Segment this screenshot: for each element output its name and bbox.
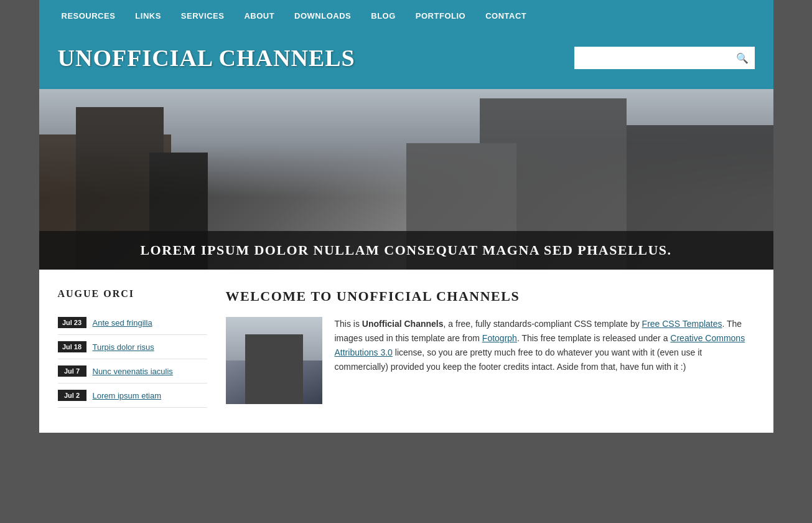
list-item: Jul 7 Nunc venenatis iaculis <box>58 359 207 384</box>
hero-banner: LOREM IPSUM DOLOR NULLAM CONSEQUAT MAGNA… <box>39 89 773 270</box>
article-title: WELCOME TO UNOFFICIAL CHANNELS <box>226 288 755 304</box>
list-item: Jul 18 Turpis dolor risus <box>58 335 207 359</box>
date-badge: Jul 23 <box>58 317 86 328</box>
article-link-1[interactable]: Free CSS Templates <box>642 319 722 329</box>
nav-bar: RESOURCES LINKS SERVICES ABOUT DOWNLOADS… <box>39 0 773 32</box>
search-box: 🔍 <box>574 47 755 69</box>
nav-item-resources[interactable]: RESOURCES <box>52 0 126 32</box>
nav-item-downloads[interactable]: DOWNLOADS <box>284 0 361 32</box>
search-button[interactable]: 🔍 <box>730 47 755 69</box>
article-link-2[interactable]: Fotogrph <box>482 333 517 343</box>
article-text-1: , a free, fully standards-compliant CSS … <box>444 319 642 329</box>
sidebar-link[interactable]: Ante sed fringilla <box>93 318 152 327</box>
date-badge: Jul 18 <box>58 341 86 352</box>
img-building <box>245 334 303 404</box>
article-bold: Unofficial Channels <box>362 319 444 329</box>
nav-item-portfolio[interactable]: PORTFOLIO <box>406 0 475 32</box>
date-badge: Jul 2 <box>58 390 86 401</box>
nav-item-links[interactable]: LINKS <box>125 0 171 32</box>
sidebar-link[interactable]: Nunc venenatis iaculis <box>93 367 173 376</box>
site-title: UNOFFICIAL CHANNELS <box>58 44 355 72</box>
site-header: UNOFFICIAL CHANNELS 🔍 <box>39 32 773 89</box>
article-body: This is Unofficial Channels, a free, ful… <box>226 317 755 404</box>
article-intro: This is <box>335 319 362 329</box>
article-text: This is Unofficial Channels, a free, ful… <box>335 317 755 404</box>
main-content: AUGUE ORCI Jul 23 Ante sed fringilla Jul… <box>39 270 773 433</box>
article-image <box>226 317 322 404</box>
page-wrapper: RESOURCES LINKS SERVICES ABOUT DOWNLOADS… <box>39 0 773 433</box>
hero-caption-text: LOREM IPSUM DOLOR NULLAM CONSEQUAT MAGNA… <box>140 242 671 258</box>
sidebar-link[interactable]: Turpis dolor risus <box>93 342 154 352</box>
sidebar-link[interactable]: Lorem ipsum etiam <box>93 391 162 400</box>
nav-item-contact[interactable]: CONTACT <box>475 0 536 32</box>
nav-item-services[interactable]: SERVICES <box>171 0 235 32</box>
sidebar-list: Jul 23 Ante sed fringilla Jul 18 Turpis … <box>58 311 207 408</box>
hero-caption: LOREM IPSUM DOLOR NULLAM CONSEQUAT MAGNA… <box>39 231 773 270</box>
nav-item-blog[interactable]: BLOG <box>361 0 406 32</box>
list-item: Jul 23 Ante sed fringilla <box>58 311 207 335</box>
sidebar-title: AUGUE ORCI <box>58 288 207 299</box>
article-text-3: . This free template is released under a <box>517 333 670 343</box>
date-badge: Jul 7 <box>58 365 86 377</box>
nav-item-about[interactable]: ABOUT <box>234 0 284 32</box>
sidebar: AUGUE ORCI Jul 23 Ante sed fringilla Jul… <box>58 288 207 408</box>
search-input[interactable] <box>574 47 730 69</box>
list-item: Jul 2 Lorem ipsum etiam <box>58 384 207 408</box>
main-article: WELCOME TO UNOFFICIAL CHANNELS This is U… <box>226 288 755 408</box>
